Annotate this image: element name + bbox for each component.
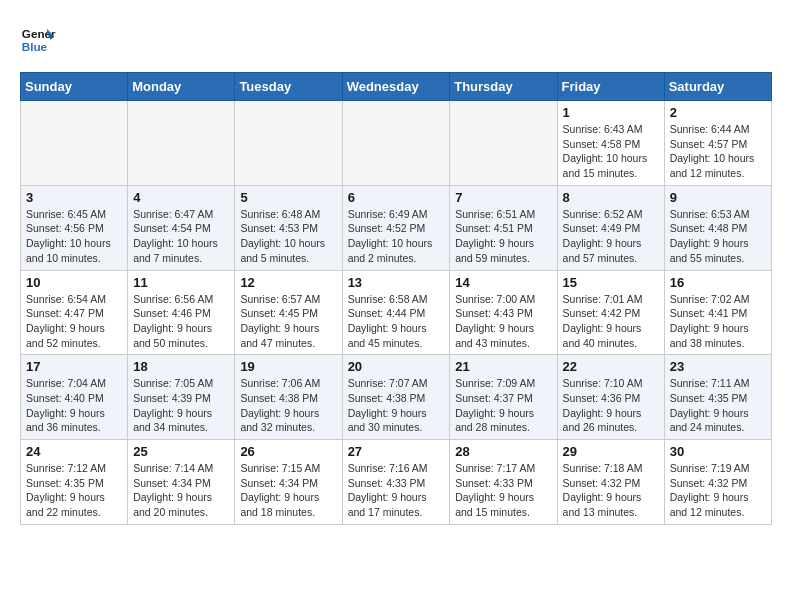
day-number: 9	[670, 190, 766, 205]
day-number: 24	[26, 444, 122, 459]
calendar-week-row: 10Sunrise: 6:54 AMSunset: 4:47 PMDayligh…	[21, 270, 772, 355]
day-info: Sunrise: 7:19 AMSunset: 4:32 PMDaylight:…	[670, 461, 766, 520]
day-number: 29	[563, 444, 659, 459]
day-info: Sunrise: 6:57 AMSunset: 4:45 PMDaylight:…	[240, 292, 336, 351]
calendar-cell: 2Sunrise: 6:44 AMSunset: 4:57 PMDaylight…	[664, 101, 771, 186]
calendar-week-row: 1Sunrise: 6:43 AMSunset: 4:58 PMDaylight…	[21, 101, 772, 186]
col-header-thursday: Thursday	[450, 73, 557, 101]
day-info: Sunrise: 7:07 AMSunset: 4:38 PMDaylight:…	[348, 376, 445, 435]
calendar-cell: 8Sunrise: 6:52 AMSunset: 4:49 PMDaylight…	[557, 185, 664, 270]
day-number: 25	[133, 444, 229, 459]
day-number: 15	[563, 275, 659, 290]
logo: General Blue	[20, 20, 56, 56]
day-info: Sunrise: 7:16 AMSunset: 4:33 PMDaylight:…	[348, 461, 445, 520]
calendar-cell: 11Sunrise: 6:56 AMSunset: 4:46 PMDayligh…	[128, 270, 235, 355]
calendar-cell: 16Sunrise: 7:02 AMSunset: 4:41 PMDayligh…	[664, 270, 771, 355]
svg-text:Blue: Blue	[22, 40, 48, 53]
day-number: 3	[26, 190, 122, 205]
calendar-cell: 27Sunrise: 7:16 AMSunset: 4:33 PMDayligh…	[342, 440, 450, 525]
day-number: 2	[670, 105, 766, 120]
calendar-cell: 18Sunrise: 7:05 AMSunset: 4:39 PMDayligh…	[128, 355, 235, 440]
calendar-cell: 9Sunrise: 6:53 AMSunset: 4:48 PMDaylight…	[664, 185, 771, 270]
calendar-cell: 22Sunrise: 7:10 AMSunset: 4:36 PMDayligh…	[557, 355, 664, 440]
calendar-cell: 14Sunrise: 7:00 AMSunset: 4:43 PMDayligh…	[450, 270, 557, 355]
calendar-cell: 24Sunrise: 7:12 AMSunset: 4:35 PMDayligh…	[21, 440, 128, 525]
calendar-cell: 5Sunrise: 6:48 AMSunset: 4:53 PMDaylight…	[235, 185, 342, 270]
calendar-cell: 17Sunrise: 7:04 AMSunset: 4:40 PMDayligh…	[21, 355, 128, 440]
day-info: Sunrise: 6:51 AMSunset: 4:51 PMDaylight:…	[455, 207, 551, 266]
day-number: 13	[348, 275, 445, 290]
calendar-cell: 10Sunrise: 6:54 AMSunset: 4:47 PMDayligh…	[21, 270, 128, 355]
day-info: Sunrise: 6:53 AMSunset: 4:48 PMDaylight:…	[670, 207, 766, 266]
day-info: Sunrise: 6:52 AMSunset: 4:49 PMDaylight:…	[563, 207, 659, 266]
day-number: 18	[133, 359, 229, 374]
calendar-cell: 25Sunrise: 7:14 AMSunset: 4:34 PMDayligh…	[128, 440, 235, 525]
day-info: Sunrise: 7:04 AMSunset: 4:40 PMDaylight:…	[26, 376, 122, 435]
header: General Blue	[20, 20, 772, 56]
col-header-wednesday: Wednesday	[342, 73, 450, 101]
calendar-cell: 3Sunrise: 6:45 AMSunset: 4:56 PMDaylight…	[21, 185, 128, 270]
day-number: 7	[455, 190, 551, 205]
calendar-cell: 29Sunrise: 7:18 AMSunset: 4:32 PMDayligh…	[557, 440, 664, 525]
col-header-tuesday: Tuesday	[235, 73, 342, 101]
calendar-cell: 23Sunrise: 7:11 AMSunset: 4:35 PMDayligh…	[664, 355, 771, 440]
day-info: Sunrise: 7:15 AMSunset: 4:34 PMDaylight:…	[240, 461, 336, 520]
day-number: 28	[455, 444, 551, 459]
calendar-cell	[235, 101, 342, 186]
day-number: 17	[26, 359, 122, 374]
calendar-cell: 1Sunrise: 6:43 AMSunset: 4:58 PMDaylight…	[557, 101, 664, 186]
day-info: Sunrise: 6:56 AMSunset: 4:46 PMDaylight:…	[133, 292, 229, 351]
calendar-cell: 20Sunrise: 7:07 AMSunset: 4:38 PMDayligh…	[342, 355, 450, 440]
day-number: 21	[455, 359, 551, 374]
day-number: 27	[348, 444, 445, 459]
day-info: Sunrise: 7:18 AMSunset: 4:32 PMDaylight:…	[563, 461, 659, 520]
calendar-cell	[450, 101, 557, 186]
calendar-cell	[342, 101, 450, 186]
day-number: 11	[133, 275, 229, 290]
calendar-header-row: SundayMondayTuesdayWednesdayThursdayFrid…	[21, 73, 772, 101]
calendar-cell: 21Sunrise: 7:09 AMSunset: 4:37 PMDayligh…	[450, 355, 557, 440]
day-number: 20	[348, 359, 445, 374]
calendar-cell: 28Sunrise: 7:17 AMSunset: 4:33 PMDayligh…	[450, 440, 557, 525]
calendar-cell: 7Sunrise: 6:51 AMSunset: 4:51 PMDaylight…	[450, 185, 557, 270]
day-info: Sunrise: 6:48 AMSunset: 4:53 PMDaylight:…	[240, 207, 336, 266]
day-number: 22	[563, 359, 659, 374]
day-number: 12	[240, 275, 336, 290]
day-info: Sunrise: 6:45 AMSunset: 4:56 PMDaylight:…	[26, 207, 122, 266]
day-info: Sunrise: 7:06 AMSunset: 4:38 PMDaylight:…	[240, 376, 336, 435]
day-number: 1	[563, 105, 659, 120]
calendar-cell: 15Sunrise: 7:01 AMSunset: 4:42 PMDayligh…	[557, 270, 664, 355]
day-info: Sunrise: 7:09 AMSunset: 4:37 PMDaylight:…	[455, 376, 551, 435]
day-info: Sunrise: 7:12 AMSunset: 4:35 PMDaylight:…	[26, 461, 122, 520]
day-info: Sunrise: 6:49 AMSunset: 4:52 PMDaylight:…	[348, 207, 445, 266]
logo-icon: General Blue	[20, 20, 56, 56]
calendar-week-row: 3Sunrise: 6:45 AMSunset: 4:56 PMDaylight…	[21, 185, 772, 270]
day-number: 10	[26, 275, 122, 290]
calendar-cell: 30Sunrise: 7:19 AMSunset: 4:32 PMDayligh…	[664, 440, 771, 525]
day-info: Sunrise: 6:44 AMSunset: 4:57 PMDaylight:…	[670, 122, 766, 181]
day-info: Sunrise: 6:54 AMSunset: 4:47 PMDaylight:…	[26, 292, 122, 351]
day-info: Sunrise: 7:02 AMSunset: 4:41 PMDaylight:…	[670, 292, 766, 351]
calendar-cell: 12Sunrise: 6:57 AMSunset: 4:45 PMDayligh…	[235, 270, 342, 355]
day-number: 5	[240, 190, 336, 205]
col-header-saturday: Saturday	[664, 73, 771, 101]
day-info: Sunrise: 6:58 AMSunset: 4:44 PMDaylight:…	[348, 292, 445, 351]
day-number: 23	[670, 359, 766, 374]
day-number: 14	[455, 275, 551, 290]
day-number: 19	[240, 359, 336, 374]
calendar-cell	[21, 101, 128, 186]
day-number: 4	[133, 190, 229, 205]
calendar-cell: 4Sunrise: 6:47 AMSunset: 4:54 PMDaylight…	[128, 185, 235, 270]
calendar-cell: 13Sunrise: 6:58 AMSunset: 4:44 PMDayligh…	[342, 270, 450, 355]
day-info: Sunrise: 6:47 AMSunset: 4:54 PMDaylight:…	[133, 207, 229, 266]
day-info: Sunrise: 7:00 AMSunset: 4:43 PMDaylight:…	[455, 292, 551, 351]
day-info: Sunrise: 7:14 AMSunset: 4:34 PMDaylight:…	[133, 461, 229, 520]
calendar-cell: 19Sunrise: 7:06 AMSunset: 4:38 PMDayligh…	[235, 355, 342, 440]
calendar-cell: 26Sunrise: 7:15 AMSunset: 4:34 PMDayligh…	[235, 440, 342, 525]
col-header-friday: Friday	[557, 73, 664, 101]
calendar-week-row: 17Sunrise: 7:04 AMSunset: 4:40 PMDayligh…	[21, 355, 772, 440]
day-number: 30	[670, 444, 766, 459]
day-info: Sunrise: 7:10 AMSunset: 4:36 PMDaylight:…	[563, 376, 659, 435]
day-number: 8	[563, 190, 659, 205]
calendar-week-row: 24Sunrise: 7:12 AMSunset: 4:35 PMDayligh…	[21, 440, 772, 525]
